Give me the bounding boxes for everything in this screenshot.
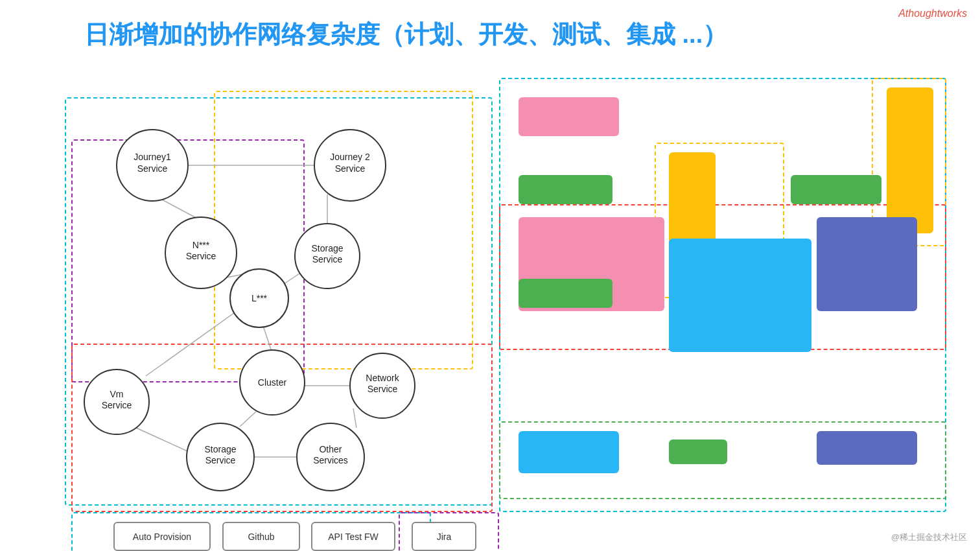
svg-line-5 [262, 324, 272, 353]
block-purple-mid [817, 217, 917, 311]
block-blue-bot [519, 431, 619, 473]
block-green-left [519, 175, 612, 204]
svg-text:Service: Service [335, 163, 366, 174]
svg-text:Vm: Vm [110, 389, 124, 399]
svg-text:Other: Other [319, 444, 342, 454]
tool-auto-provision: Auto Provision [113, 522, 211, 551]
svg-text:N***: N*** [192, 240, 210, 250]
tool-github: Github [222, 522, 300, 551]
block-green-right [791, 175, 881, 204]
right-diagram [499, 78, 953, 519]
svg-line-8 [240, 412, 256, 427]
svg-text:Service: Service [312, 254, 343, 264]
block-green-small [519, 279, 612, 308]
block-purple-bot [817, 431, 917, 465]
left-diagram: Journey1 Service Journey 2 Service N*** … [32, 65, 499, 532]
svg-line-6 [146, 311, 237, 376]
svg-text:Journey1: Journey1 [134, 152, 171, 162]
tool-jira: Jira [412, 522, 476, 551]
svg-text:Service: Service [205, 455, 236, 465]
svg-text:L***: L*** [251, 293, 268, 303]
diagram-svg: Journey1 Service Journey 2 Service N*** … [32, 65, 499, 551]
svg-text:Storage: Storage [204, 444, 236, 454]
svg-text:Service: Service [137, 163, 168, 174]
svg-line-10 [136, 428, 193, 454]
svg-text:Service: Service [368, 384, 398, 394]
svg-text:Storage: Storage [311, 243, 343, 253]
page-title: 日渐增加的协作网络复杂度（计划、开发、测试、集成 ...） [84, 18, 727, 51]
svg-text:Journey 2: Journey 2 [330, 152, 370, 162]
block-green-bot [669, 440, 727, 464]
block-pink-top [519, 97, 619, 136]
svg-text:Service: Service [186, 251, 216, 261]
watermark: @稀土掘金技术社区 [891, 532, 967, 543]
svg-text:Cluster: Cluster [258, 377, 287, 388]
tool-api-test: API Test FW [311, 522, 395, 551]
svg-line-11 [353, 408, 356, 428]
svg-text:Services: Services [313, 455, 348, 465]
logo: Athoughtworks [898, 8, 967, 19]
block-orange-right [887, 88, 933, 233]
svg-text:Service: Service [102, 400, 132, 410]
block-blue-mid [669, 239, 811, 352]
svg-text:Network: Network [366, 373, 399, 383]
